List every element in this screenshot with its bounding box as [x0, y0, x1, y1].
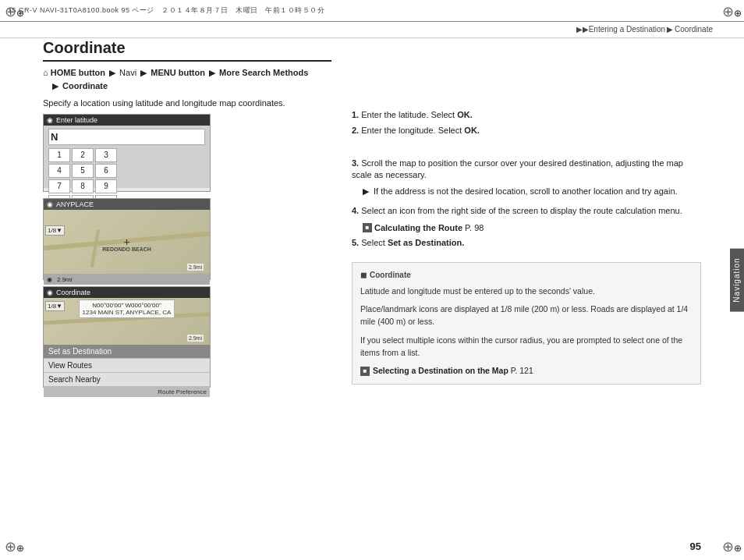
menu-item-set-destination[interactable]: Set as Destination	[44, 345, 210, 359]
step-4-text: Select an icon from the right side of th…	[361, 206, 682, 215]
nav-arrow-4: ▶	[52, 81, 58, 90]
step-4-ref-text: Calculating the Route P. 98	[374, 223, 484, 232]
screen1-title: Enter latitude	[56, 116, 97, 124]
corner-crosshair-tr: ⊕	[722, 3, 738, 19]
screen3-coord: N00°00'00" W000°00'00"	[83, 302, 172, 309]
key-8[interactable]: 8	[72, 179, 94, 193]
breadcrumb: ▶▶Entering a Destination▶Coordinate	[576, 22, 713, 37]
nav-path: ⌂ HOME button ▶ Navi ▶ MENU button ▶ Mor…	[43, 66, 331, 92]
step-3-substep: ▶ If the address is not the desired loca…	[352, 186, 701, 197]
screen3-address: 1234 MAIN ST, ANYPLACE, CA	[83, 309, 172, 316]
step-4-ref: ■ Calculating the Route P. 98	[363, 223, 484, 232]
step-2-number: 2.	[352, 126, 359, 135]
key-7[interactable]: 7	[48, 179, 70, 193]
info-box-icon: ◼	[360, 269, 367, 281]
key-9[interactable]: 9	[95, 179, 117, 193]
key-6[interactable]: 6	[95, 164, 117, 178]
step-4-number: 4.	[352, 206, 359, 215]
step-4: 4. Select an icon from the right side of…	[352, 205, 701, 217]
right-column: 1. Enter the latitude. Select OK. 2. Ent…	[344, 39, 701, 537]
screen1-header: ◉ Enter latitude	[44, 115, 210, 126]
nav-sidebar-tab: Navigation	[730, 248, 744, 311]
screen1-keypad-area: N 1 2 3 4 5 6 7 8 9 0	[44, 126, 210, 188]
screen2-title: ANYPLACE	[56, 200, 94, 208]
step-3-arrow: ▶	[363, 186, 369, 196]
main-content: Coordinate ⌂ HOME button ▶ Navi ▶ MENU b…	[43, 39, 701, 537]
screen3-menu-list: Set as Destination View Routes Search Ne…	[44, 345, 210, 387]
corner-crosshair-br: ⊕	[722, 538, 738, 554]
menu-item-view-routes[interactable]: View Routes	[44, 359, 210, 373]
step-5-text: Select Set as Destination.	[361, 238, 464, 247]
header-divider	[0, 37, 744, 38]
screen-enter-latitude: ◉ Enter latitude N 1 2 3 4 5 6 7 8 9 0	[43, 114, 211, 192]
breadcrumb-arrow: ▶	[667, 25, 673, 34]
key-4[interactable]: 4	[48, 164, 70, 178]
breadcrumb-item-1: ▶▶Entering a Destination	[576, 25, 665, 34]
corner-crosshair-bl: ⊕	[5, 538, 20, 554]
info-para-3: If you select multiple icons within the …	[360, 335, 693, 360]
zoom-controls: 1/8▼	[45, 225, 65, 236]
key-3[interactable]: 3	[95, 148, 117, 162]
nav-arrow-1: ▶	[109, 68, 115, 77]
step-1-text: Enter the latitude. Select OK.	[361, 110, 472, 119]
nav-menu-button: MENU button	[151, 68, 205, 77]
step-2-text: Enter the longitude. Select OK.	[361, 126, 480, 135]
breadcrumb-item-2: Coordinate	[675, 25, 713, 34]
info-box: ◼ Coordinate Latitude and longitude must…	[352, 262, 701, 385]
step-3-sub-text: If the address is not the desired locati…	[374, 186, 678, 196]
page-number: 95	[690, 541, 701, 552]
file-info-bar: 15 CR-V NAVI-31T0A8100.book 95 ページ ２０１４年…	[0, 0, 744, 22]
screen3-map-area: N00°00'00" W000°00'00" 1234 MAIN ST, ANY…	[44, 298, 210, 345]
info-box-title: ◼ Coordinate	[360, 269, 693, 281]
screen2-footer-icon: ◉	[47, 276, 52, 283]
steps-area: 1. Enter the latitude. Select OK. 2. Ent…	[352, 109, 701, 250]
link-icon: ■	[360, 367, 370, 376]
step-5: 5. Select Set as Destination.	[352, 237, 701, 249]
screen3-title: Coordinate	[56, 289, 90, 296]
menu-item-search-nearby[interactable]: Search Nearby	[44, 373, 210, 387]
step-2: 2. Enter the longitude. Select OK.	[352, 125, 701, 136]
ref-icon-1: ■	[363, 223, 372, 232]
key-5[interactable]: 5	[72, 164, 94, 178]
screen2-icon: ◉	[47, 200, 53, 208]
screen2-scale: 2.9mi	[187, 264, 204, 271]
map-crosshair: +	[123, 236, 129, 248]
nav-home-button: HOME button	[51, 68, 105, 77]
screen2-footer-text: 2.9mi	[57, 276, 73, 283]
nav-more-search: More Search Methods	[219, 68, 308, 77]
info-link: ■ Selecting a Destination on the Map P. …	[360, 365, 693, 377]
zoom-indicator: 1/8▼	[45, 225, 65, 236]
screen-anyplace-map: ◉ ANYPLACE N00°00'00" W000°00'00" + REDO…	[43, 198, 211, 280]
file-info-text: 15 CR-V NAVI-31T0A8100.book 95 ページ ２０１４年…	[8, 5, 324, 16]
key-1[interactable]: 1	[48, 148, 70, 162]
screen-coordinate-result: ◉ Coordinate N00°00'00" W000°00'00" 1234…	[43, 286, 211, 388]
key-2[interactable]: 2	[72, 148, 94, 162]
info-link-text: Selecting a Destination on the Map P. 12…	[373, 365, 533, 377]
info-para-2: Place/landmark icons are displayed at 1/…	[360, 303, 693, 328]
step-3: 3. Scroll the map to position the cursor…	[352, 158, 701, 182]
screen2-footer: ◉ 2.9mi	[44, 274, 210, 285]
info-para-1: Latitude and longitude must be entered u…	[360, 285, 693, 298]
screen3-scale: 2.9mi	[187, 335, 204, 342]
screen3-coord-display: N00°00'00" W000°00'00" 1234 MAIN ST, ANY…	[79, 299, 175, 318]
step-3-text: Scroll the map to position the cursor ov…	[352, 158, 683, 179]
step-1: 1. Enter the latitude. Select OK.	[352, 109, 701, 121]
screen1-icon: ◉	[47, 116, 53, 124]
corner-crosshair-tl: ⊕	[5, 3, 20, 19]
home-icon: ⌂	[43, 68, 48, 77]
screen2-header: ◉ ANYPLACE	[44, 199, 210, 210]
step-1-number: 1.	[352, 110, 359, 119]
screen3-footer: Route Preference	[44, 387, 210, 397]
nav-arrow-3: ▶	[209, 68, 215, 77]
info-box-title-text: Coordinate	[370, 269, 411, 281]
screen2-map-area: N00°00'00" W000°00'00" + REDONDO BEACH 1…	[44, 210, 210, 274]
step-3-number: 3.	[352, 158, 359, 168]
page-title: Coordinate	[43, 39, 331, 62]
screen1-coord-display: N	[48, 129, 205, 145]
screen3-icon: ◉	[47, 289, 53, 296]
nav-coordinate: Coordinate	[62, 81, 108, 90]
nav-navi: Navi	[119, 68, 136, 77]
nav-arrow-2: ▶	[140, 68, 147, 77]
intro-text: Specify a location using latitude and lo…	[43, 98, 331, 108]
left-column: Coordinate ⌂ HOME button ▶ Navi ▶ MENU b…	[43, 39, 331, 537]
